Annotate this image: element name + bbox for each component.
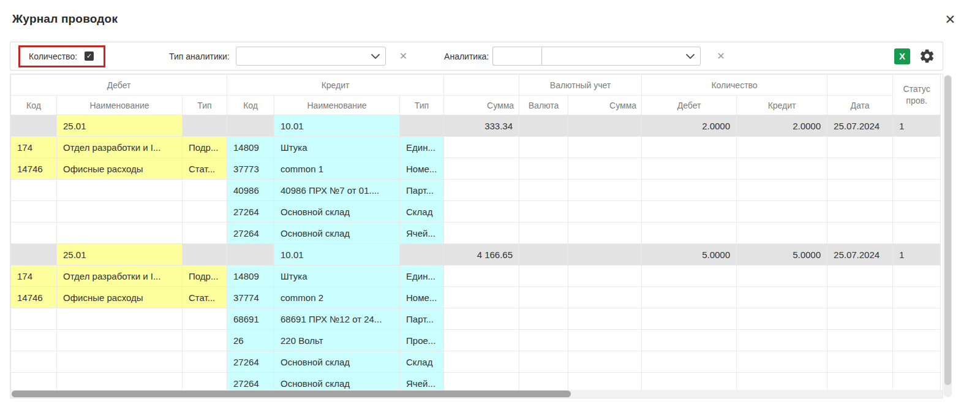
cell-debit-type[interactable]	[183, 308, 227, 330]
cell-date[interactable]: 25.07.2024	[827, 115, 893, 137]
cell-debit-name[interactable]	[57, 330, 183, 351]
cell-credit-code[interactable]	[227, 115, 274, 137]
cell-credit-name[interactable]: 220 Вольт	[274, 330, 400, 351]
cell-credit-type[interactable]: Номе...	[400, 287, 444, 308]
cell-qty-debit[interactable]	[642, 287, 737, 308]
cell-date[interactable]	[827, 287, 893, 308]
cell-credit-type[interactable]: Парт...	[400, 308, 444, 330]
cell-debit-name[interactable]: 25.01	[57, 115, 183, 137]
cell-debit-name[interactable]	[57, 351, 183, 373]
cell-debit-type[interactable]	[183, 373, 227, 391]
cell-qty-debit[interactable]	[642, 351, 737, 373]
cell-qty-debit[interactable]: 2.0000	[642, 115, 737, 137]
cell-status[interactable]	[893, 137, 941, 158]
table-row[interactable]: 6869168691 ПРХ №12 от 24...Парт...	[11, 308, 941, 330]
cell-debit-name[interactable]: Отдел разработки и I...	[57, 265, 183, 287]
cell-debit-type[interactable]	[183, 244, 227, 265]
cell-debit-code[interactable]	[11, 180, 57, 201]
cell-qty-credit[interactable]: 5.0000	[737, 244, 827, 265]
cell-debit-code[interactable]	[11, 330, 57, 351]
cell-status[interactable]	[893, 351, 941, 373]
cell-credit-name[interactable]: 40986 ПРХ №7 от 01....	[274, 180, 400, 201]
cell-credit-type[interactable]	[400, 244, 444, 265]
cell-debit-name[interactable]	[57, 373, 183, 391]
cell-credit-name[interactable]: common 2	[274, 287, 400, 308]
cell-debit-name[interactable]	[57, 180, 183, 201]
cell-credit-type[interactable]: Номе...	[400, 158, 444, 180]
cell-debit-code[interactable]: 14746	[11, 287, 57, 308]
cell-credit-name[interactable]: 10.01	[274, 115, 400, 137]
settings-gear-icon[interactable]	[919, 48, 935, 64]
cell-date[interactable]	[827, 351, 893, 373]
cell-debit-code[interactable]	[11, 244, 57, 265]
excel-export-icon[interactable]: X	[894, 48, 910, 64]
cell-debit-type[interactable]	[183, 351, 227, 373]
cell-debit-name[interactable]	[57, 201, 183, 223]
table-row[interactable]: 174Отдел разработки и I...Подр...14809Шт…	[11, 137, 941, 158]
cell-sum[interactable]	[444, 158, 519, 180]
cell-debit-name[interactable]: 25.01	[57, 244, 183, 265]
cell-status[interactable]	[893, 373, 941, 391]
cell-qty-credit[interactable]	[737, 158, 827, 180]
cell-debit-type[interactable]	[183, 180, 227, 201]
cell-qty-debit[interactable]	[642, 330, 737, 351]
cell-debit-name[interactable]	[57, 308, 183, 330]
cell-qty-credit[interactable]	[737, 373, 827, 391]
cell-date[interactable]	[827, 223, 893, 244]
cell-debit-type[interactable]: Стат...	[183, 287, 227, 308]
cell-qty-debit[interactable]	[642, 180, 737, 201]
cell-status[interactable]: 1	[893, 244, 941, 265]
cell-date[interactable]	[827, 330, 893, 351]
cell-sum[interactable]	[444, 351, 519, 373]
table-row[interactable]: 27264Основной складЯчей...	[11, 373, 941, 391]
cell-sum[interactable]	[444, 223, 519, 244]
cell-date[interactable]	[827, 201, 893, 223]
cell-currency[interactable]	[519, 330, 568, 351]
cell-date[interactable]	[827, 158, 893, 180]
cell-currency-sum[interactable]	[568, 223, 642, 244]
cell-currency[interactable]	[519, 244, 568, 265]
cell-date[interactable]	[827, 373, 893, 391]
cell-sum[interactable]: 333.34	[444, 115, 519, 137]
cell-qty-credit[interactable]	[737, 330, 827, 351]
cell-currency[interactable]	[519, 180, 568, 201]
cell-currency[interactable]	[519, 265, 568, 287]
cell-credit-code[interactable]: 14809	[227, 137, 274, 158]
cell-debit-code[interactable]	[11, 373, 57, 391]
cell-currency[interactable]	[519, 223, 568, 244]
cell-credit-type[interactable]: Склад	[400, 201, 444, 223]
cell-credit-code[interactable]: 27264	[227, 223, 274, 244]
horizontal-scrollbar[interactable]	[10, 390, 943, 398]
cell-currency-sum[interactable]	[568, 137, 642, 158]
cell-currency-sum[interactable]	[568, 373, 642, 391]
cell-debit-type[interactable]	[183, 115, 227, 137]
cell-debit-type[interactable]	[183, 330, 227, 351]
cell-credit-type[interactable]	[400, 115, 444, 137]
cell-sum[interactable]	[444, 330, 519, 351]
cell-credit-type[interactable]: Ячей...	[400, 373, 444, 391]
cell-credit-code[interactable]: 68691	[227, 308, 274, 330]
vertical-scrollbar[interactable]	[944, 75, 952, 397]
cell-status[interactable]	[893, 180, 941, 201]
cell-qty-credit[interactable]	[737, 287, 827, 308]
horizontal-scrollbar-thumb[interactable]	[12, 391, 571, 397]
cell-sum[interactable]	[444, 180, 519, 201]
cell-qty-credit[interactable]	[737, 351, 827, 373]
cell-status[interactable]	[893, 201, 941, 223]
close-icon[interactable]: ✕	[944, 13, 956, 26]
cell-credit-name[interactable]: Основной склад	[274, 351, 400, 373]
cell-qty-debit[interactable]: 5.0000	[642, 244, 737, 265]
cell-debit-code[interactable]: 14746	[11, 158, 57, 180]
analytics-select[interactable]	[541, 47, 701, 66]
cell-currency[interactable]	[519, 201, 568, 223]
cell-date[interactable]: 25.07.2024	[827, 244, 893, 265]
cell-status[interactable]	[893, 287, 941, 308]
cell-qty-credit[interactable]	[737, 201, 827, 223]
cell-status[interactable]	[893, 223, 941, 244]
cell-credit-code[interactable]: 37773	[227, 158, 274, 180]
cell-credit-name[interactable]: 68691 ПРХ №12 от 24...	[274, 308, 400, 330]
cell-currency[interactable]	[519, 373, 568, 391]
cell-currency-sum[interactable]	[568, 308, 642, 330]
cell-debit-code[interactable]: 174	[11, 265, 57, 287]
cell-qty-credit[interactable]	[737, 223, 827, 244]
